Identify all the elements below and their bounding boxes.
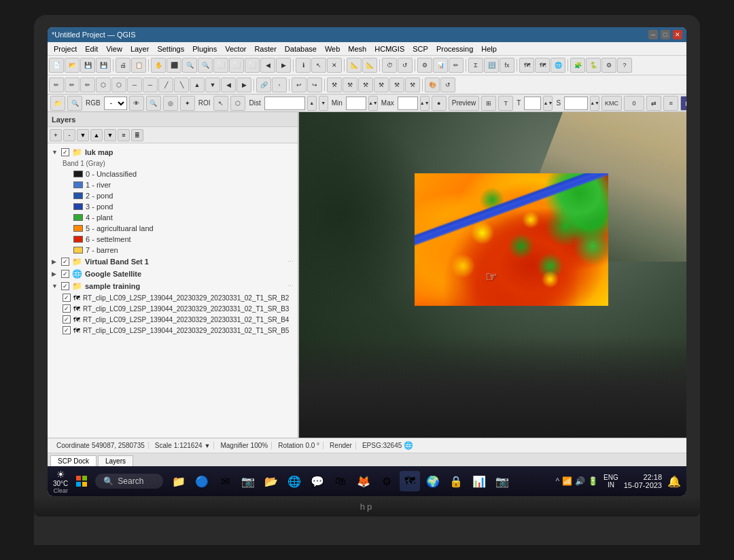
- layer-b5[interactable]: 🗺 RT_clip_LC09_L2SP_139044_20230329_2023…: [58, 325, 298, 336]
- menu-layer[interactable]: Layer: [127, 44, 153, 54]
- layer-google-satellite[interactable]: ▶ 🌐 Google Satellite: [48, 268, 298, 280]
- taskbar-vpn[interactable]: 🔒: [446, 471, 466, 491]
- dist-input[interactable]: 0.010000: [264, 97, 305, 110]
- layer-b2[interactable]: 🗺 RT_clip_LC09_L2SP_139044_20230329_2023…: [58, 292, 298, 303]
- menu-mesh[interactable]: Mesh: [345, 44, 370, 54]
- scp-btn-4[interactable]: ✦: [180, 96, 195, 111]
- deselect-all[interactable]: ✕: [327, 58, 342, 73]
- menu-scp[interactable]: SCP: [409, 44, 432, 54]
- digitize-btn-6[interactable]: ─: [127, 77, 142, 92]
- digitize-tool[interactable]: ✏: [449, 58, 464, 73]
- adv-dig-4[interactable]: ⚒: [374, 77, 389, 92]
- save-project-button[interactable]: 💾: [80, 58, 95, 73]
- kmc-btn[interactable]: KMC: [601, 96, 622, 111]
- zoom-prev[interactable]: ◀: [260, 58, 275, 73]
- taskbar-explorer[interactable]: 📁: [169, 471, 189, 491]
- max-input[interactable]: 100: [398, 97, 418, 110]
- redo-btn[interactable]: ↪: [307, 77, 322, 92]
- layer-virtual-band-set[interactable]: ▶ 📁 Virtual Band Set 1 ⋯: [48, 256, 298, 268]
- preview-btn[interactable]: Preview: [449, 96, 480, 111]
- menu-project[interactable]: Project: [50, 44, 80, 54]
- expand-all-btn[interactable]: ≣: [131, 129, 143, 141]
- battery-icon[interactable]: 🔋: [588, 476, 598, 486]
- zoom-next[interactable]: ▶: [276, 58, 291, 73]
- layer-checkbox-google[interactable]: [61, 270, 69, 278]
- layer-checkbox-b3[interactable]: [63, 304, 71, 313]
- digitize-btn-4[interactable]: ⬡: [96, 77, 111, 92]
- scp-search-btn[interactable]: 🔍: [67, 96, 82, 111]
- filter-layer-btn[interactable]: ▼: [77, 129, 89, 141]
- scp-t-btn[interactable]: T: [498, 96, 513, 111]
- temporal-controller[interactable]: ⏱: [382, 58, 397, 73]
- taskbar-mail[interactable]: ✉: [215, 471, 235, 491]
- zoom-in-tool[interactable]: 🔍: [182, 58, 197, 73]
- layer-checkbox-b2[interactable]: [63, 294, 71, 302]
- scp-grid-btn[interactable]: ⊞: [481, 96, 496, 111]
- menu-processing[interactable]: Processing: [433, 44, 476, 54]
- taskbar-store[interactable]: 🛍: [330, 471, 351, 491]
- tab-scp-dock[interactable]: SCP Dock: [50, 455, 97, 466]
- help-button[interactable]: ?: [617, 58, 632, 73]
- add-layer-btn[interactable]: +: [50, 129, 62, 141]
- maximize-button[interactable]: □: [661, 30, 670, 39]
- pan-tool[interactable]: ✋: [151, 58, 166, 73]
- pan-to-selection[interactable]: ⬛: [167, 58, 181, 73]
- settings-button[interactable]: ⚙: [601, 58, 616, 73]
- menu-plugins[interactable]: Plugins: [189, 44, 220, 54]
- snap-btn[interactable]: 🔗: [256, 77, 271, 92]
- taskbar-whatsapp[interactable]: 💬: [307, 471, 328, 491]
- taskbar-firefox[interactable]: 🦊: [353, 471, 374, 491]
- tab-layers[interactable]: Layers: [98, 455, 133, 466]
- adv-dig-6[interactable]: ⚒: [405, 77, 420, 92]
- taskbar-excel[interactable]: 📊: [469, 471, 489, 491]
- layer-move-up[interactable]: ▲: [90, 129, 103, 141]
- digitize-btn-9[interactable]: ╲: [174, 77, 189, 92]
- t-input[interactable]: 0: [524, 97, 541, 110]
- adv-dig-5[interactable]: ⚒: [389, 77, 404, 92]
- dist-up[interactable]: ▲: [307, 96, 317, 111]
- zoom-out-tool[interactable]: 🔍: [198, 58, 213, 73]
- menu-raster[interactable]: Raster: [251, 44, 279, 54]
- collapse-all-btn[interactable]: ≡: [118, 129, 130, 141]
- scp-num-btn[interactable]: 0: [624, 96, 644, 111]
- open-project-button[interactable]: 📂: [65, 58, 80, 73]
- max-up[interactable]: ▲▼: [420, 96, 430, 111]
- min-up[interactable]: ▲▼: [368, 96, 378, 111]
- remove-layer-btn[interactable]: -: [63, 129, 75, 141]
- layer-b4[interactable]: 🗺 RT_clip_LC09_L2SP_139044_20230329_2023…: [58, 314, 298, 325]
- layer-checkbox-luk-map[interactable]: [61, 148, 69, 156]
- digitize-btn-3[interactable]: ✏: [80, 77, 95, 92]
- new-project-button[interactable]: 📄: [49, 58, 64, 73]
- notification-icon[interactable]: 🔔: [667, 475, 681, 488]
- refresh-button[interactable]: ↺: [398, 58, 413, 73]
- layer-checkbox-b5[interactable]: [63, 326, 71, 334]
- taskbar-filemanager[interactable]: 📂: [261, 471, 281, 491]
- zoom-to-layer[interactable]: ⬜: [213, 58, 228, 73]
- digitize-btn-12[interactable]: ◀: [221, 77, 236, 92]
- zoom-full[interactable]: ⬜: [229, 58, 244, 73]
- scp-run-btn[interactable]: ▶: [680, 96, 686, 111]
- menu-database[interactable]: Database: [281, 44, 320, 54]
- scp-open-btn[interactable]: 📁: [50, 96, 65, 111]
- plugins-button[interactable]: 🧩: [570, 58, 585, 73]
- save-as-button[interactable]: 💾: [96, 58, 111, 73]
- s-input[interactable]: 200: [564, 97, 588, 110]
- zoom-selection[interactable]: ⬜: [245, 58, 260, 73]
- digitize-btn-7[interactable]: ─: [143, 77, 158, 92]
- layer-checkbox-virtual[interactable]: [61, 258, 69, 266]
- taskbar-chrome[interactable]: 🌐: [284, 471, 304, 491]
- minimize-button[interactable]: ─: [648, 30, 658, 39]
- scale-dropdown-icon[interactable]: ▼: [205, 442, 211, 449]
- adv-dig-2[interactable]: ⚒: [343, 77, 357, 92]
- menu-settings[interactable]: Settings: [154, 44, 188, 54]
- menu-edit[interactable]: Edit: [82, 44, 101, 54]
- scp-arrows-btn[interactable]: ⇄: [646, 96, 661, 111]
- digitize-btn-2[interactable]: ✏: [65, 77, 80, 92]
- select-feature[interactable]: ↖: [311, 58, 326, 73]
- add-vector[interactable]: 🗺: [535, 58, 550, 73]
- digitize-btn-13[interactable]: ▶: [237, 77, 251, 92]
- layer-checkbox-sample[interactable]: [61, 282, 69, 290]
- map-area[interactable]: ☞: [299, 112, 686, 438]
- layer-checkbox-b4[interactable]: [63, 315, 71, 323]
- epsg-status[interactable]: EPSG:32645 🌐: [359, 441, 417, 450]
